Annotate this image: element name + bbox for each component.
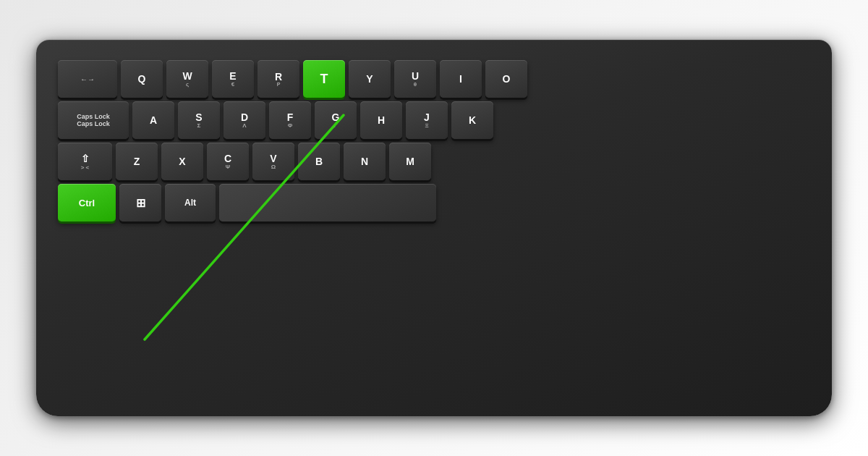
key-h: H: [360, 101, 402, 139]
bottom-row: ⇧ >< Z X C Ψ V Ω: [58, 143, 810, 180]
key-space: [219, 184, 436, 221]
number-row: ←→ Q W ς E € R P T: [58, 60, 810, 98]
key-w: W ς: [166, 60, 208, 98]
key-o: O: [485, 60, 527, 98]
key-v: V Ω: [252, 143, 294, 180]
keyboard-inner: ←→ Q W ς E € R P T: [58, 60, 810, 380]
key-tab: ←→: [58, 60, 117, 98]
key-t-green[interactable]: T: [303, 60, 345, 98]
key-y: Y: [349, 60, 391, 98]
home-row: Caps Lock Caps Lock A S Σ D Λ F Φ: [58, 101, 810, 139]
key-i: I: [440, 60, 482, 98]
modifier-row: Ctrl ⊞ Alt: [58, 184, 810, 221]
key-u: U θ: [394, 60, 436, 98]
key-s: S Σ: [178, 101, 220, 139]
key-d: D Λ: [224, 101, 265, 139]
key-shift-left: ⇧ ><: [58, 143, 112, 180]
key-g: G Γ: [315, 101, 357, 139]
key-c: C Ψ: [207, 143, 249, 180]
key-capslock: Caps Lock Caps Lock: [58, 101, 129, 139]
key-alt: Alt: [165, 184, 216, 221]
key-x: X: [161, 143, 203, 180]
key-n: N: [344, 143, 386, 180]
key-win: ⊞: [119, 184, 161, 221]
key-f: F Φ: [269, 101, 311, 139]
keyboard: ←→ Q W ς E € R P T: [36, 40, 832, 416]
key-q: Q: [121, 60, 163, 98]
key-a: A: [132, 101, 174, 139]
key-j: J Ξ: [406, 101, 448, 139]
key-z: Z: [116, 143, 158, 180]
key-m: M: [389, 143, 431, 180]
key-k: K: [451, 101, 493, 139]
key-ctrl-green[interactable]: Ctrl: [58, 184, 116, 221]
keyboard-scene: ←→ Q W ς E € R P T: [0, 0, 868, 456]
key-r: R P: [258, 60, 299, 98]
key-b: B: [298, 143, 340, 180]
key-e: E €: [212, 60, 254, 98]
